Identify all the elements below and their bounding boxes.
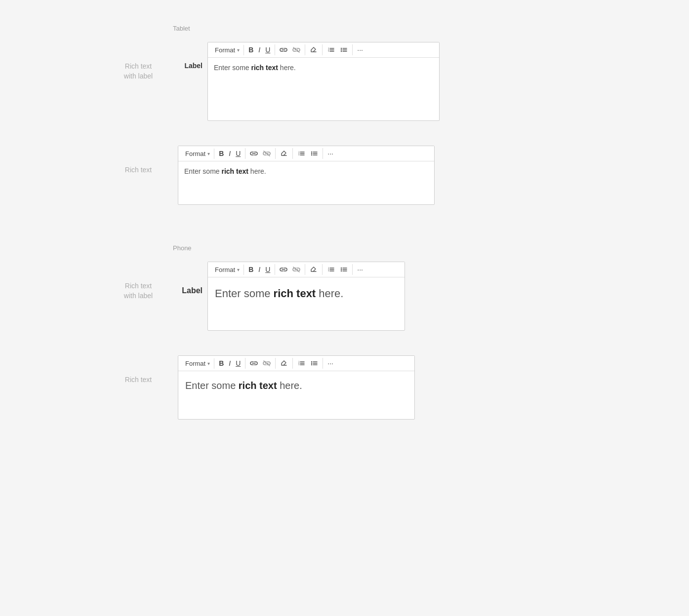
placeholder-post-p2: here.	[277, 380, 302, 391]
sep-4-t2	[323, 148, 323, 159]
phone-description-1: Rich textwith label	[99, 262, 178, 301]
phone-rich-no-label-row: Rich text Format ▾ B I U	[0, 350, 689, 424]
spacer-tablet-1	[0, 126, 689, 141]
phone-section-label: Phone	[0, 234, 689, 257]
tablet-editor-content-2[interactable]: Enter some rich text here.	[178, 161, 434, 182]
bold-btn-tablet-1[interactable]: B	[246, 44, 256, 55]
more-btn-tablet-1[interactable]: ···	[355, 44, 365, 55]
ordered-list-btn-phone-1[interactable]: 1 2 3	[324, 265, 337, 274]
phone-editor-2: Format ▾ B I U	[178, 355, 415, 420]
svg-point-46	[311, 363, 312, 364]
spacer-phone-1	[0, 336, 689, 350]
placeholder-pre-p2: Enter some	[185, 380, 239, 391]
svg-text:3: 3	[328, 50, 329, 52]
svg-text:3: 3	[298, 363, 300, 366]
placeholder-rich-t1: rich text	[251, 64, 278, 72]
phone-label-1: Label	[178, 262, 207, 295]
svg-point-21	[311, 152, 312, 153]
unordered-list-btn-phone-2[interactable]	[308, 358, 321, 368]
underline-btn-phone-2[interactable]: U	[233, 358, 243, 369]
svg-text:3: 3	[298, 154, 300, 156]
svg-point-33	[341, 268, 342, 269]
unordered-list-btn-phone-1[interactable]	[337, 265, 350, 274]
underline-btn-phone-1[interactable]: U	[263, 264, 273, 275]
sep-4-p2	[323, 358, 323, 369]
sep-4-p1	[352, 264, 353, 275]
bold-btn-tablet-2[interactable]: B	[216, 148, 226, 159]
placeholder-post-t1: here.	[278, 64, 296, 72]
link-btn-tablet-1[interactable]	[277, 45, 290, 55]
underline-btn-tablet-1[interactable]: U	[263, 44, 273, 55]
tablet-toolbar-1: Format ▾ B I U	[208, 42, 439, 58]
italic-btn-phone-1[interactable]: I	[256, 264, 263, 275]
tablet-label-1: Label	[178, 42, 207, 70]
placeholder-pre-t2: Enter some	[184, 167, 221, 175]
sep-3-p1	[322, 264, 323, 275]
svg-point-34	[341, 269, 342, 270]
format-dropdown-tablet-1[interactable]: Format ▾	[211, 45, 244, 55]
sep-1-t2	[245, 148, 245, 159]
tablet-toolbar-2: Format ▾ B I U	[178, 146, 434, 161]
unordered-list-btn-tablet-1[interactable]	[337, 45, 350, 55]
placeholder-pre-p1: Enter some	[215, 287, 274, 300]
unlink-btn-phone-2[interactable]	[260, 358, 273, 368]
format-dropdown-tablet-2[interactable]: Format ▾	[181, 149, 214, 159]
sep-1-t1	[275, 44, 275, 55]
page-container: Tablet Rich textwith label Label Format …	[0, 0, 689, 439]
italic-btn-tablet-1[interactable]: I	[256, 44, 263, 55]
tablet-editor-2: Format ▾ B I U	[178, 146, 435, 205]
unordered-list-btn-tablet-2[interactable]	[308, 149, 321, 158]
ordered-list-btn-tablet-1[interactable]: 1 2 3	[324, 45, 337, 55]
format-dropdown-phone-1[interactable]: Format ▾	[211, 265, 244, 275]
tablet-rich-with-label-row: Rich textwith label Label Format ▾ B I U	[0, 37, 689, 126]
italic-btn-tablet-2[interactable]: I	[226, 148, 233, 159]
format-label-tablet-2: Format	[185, 150, 205, 157]
unlink-btn-tablet-1[interactable]	[290, 45, 303, 55]
more-btn-phone-2[interactable]: ···	[325, 358, 336, 369]
svg-point-11	[341, 51, 342, 52]
tablet-editor-content-1[interactable]: Enter some rich text here.	[208, 58, 439, 78]
highlight-btn-tablet-2[interactable]	[278, 149, 290, 158]
svg-point-9	[341, 48, 342, 49]
sep-4-t1	[352, 44, 353, 55]
underline-btn-tablet-2[interactable]: U	[233, 148, 243, 159]
highlight-btn-tablet-1[interactable]	[307, 45, 320, 55]
bold-btn-phone-1[interactable]: B	[246, 264, 256, 275]
placeholder-pre-t1: Enter some	[214, 64, 251, 72]
phone-editor-content-1[interactable]: Enter some rich text here.	[208, 277, 405, 309]
phone-toolbar-2: Format ▾ B I U	[178, 356, 414, 371]
more-btn-tablet-2[interactable]: ···	[325, 148, 336, 159]
link-btn-phone-1[interactable]	[277, 265, 290, 274]
tablet-section-label: Tablet	[0, 15, 689, 37]
ordered-list-btn-phone-2[interactable]: 1 2 3	[295, 358, 308, 368]
svg-point-22	[311, 153, 312, 154]
phone-editor-content-2[interactable]: Enter some rich text here.	[178, 371, 414, 400]
bold-btn-phone-2[interactable]: B	[216, 358, 226, 369]
phone-rich-with-label-row: Rich textwith label Label Format ▾ B I U	[0, 257, 689, 336]
highlight-btn-phone-2[interactable]	[278, 358, 290, 368]
highlight-btn-phone-1[interactable]	[307, 265, 320, 274]
more-btn-phone-1[interactable]: ···	[355, 264, 365, 275]
format-dropdown-phone-2[interactable]: Format ▾	[181, 358, 214, 369]
format-arrow-phone-1: ▾	[237, 267, 240, 272]
svg-text:3: 3	[328, 270, 329, 272]
link-btn-tablet-2[interactable]	[247, 149, 260, 158]
unlink-btn-tablet-2[interactable]	[260, 149, 273, 158]
sep-1-p1	[275, 264, 275, 275]
ordered-list-btn-tablet-2[interactable]: 1 2 3	[295, 149, 308, 158]
section-gap	[0, 210, 689, 234]
sep-3-p2	[292, 358, 293, 369]
unlink-btn-phone-1[interactable]	[290, 265, 303, 274]
sep-2-t1	[305, 44, 305, 55]
tablet-description-2: Rich text	[99, 146, 178, 175]
italic-btn-phone-2[interactable]: I	[226, 358, 233, 369]
format-arrow-tablet-1: ▾	[237, 47, 240, 53]
format-label-phone-2: Format	[185, 360, 205, 367]
link-btn-phone-2[interactable]	[247, 358, 260, 368]
format-label-tablet-1: Format	[215, 46, 235, 54]
placeholder-post-p1: here.	[316, 287, 343, 300]
svg-point-47	[311, 364, 312, 365]
svg-point-23	[311, 154, 312, 155]
placeholder-post-t2: here.	[248, 167, 266, 175]
tablet-editor-1: Format ▾ B I U	[207, 42, 440, 121]
